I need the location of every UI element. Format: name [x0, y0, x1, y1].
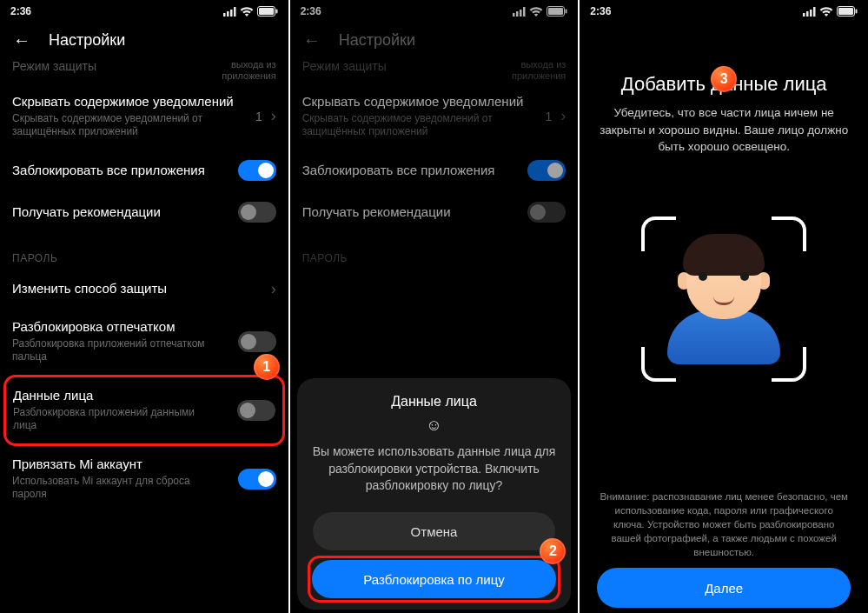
svg-rect-5 — [259, 8, 274, 15]
battery-icon — [257, 6, 278, 17]
callout-2: 2 — [540, 538, 566, 564]
row-face-data[interactable]: Данные лица Разблокировка приложений дан… — [13, 383, 275, 438]
svg-rect-20 — [856, 10, 858, 14]
svg-rect-6 — [275, 10, 277, 14]
enroll-desc: Убедитесь, что все части лица ничем не з… — [597, 104, 851, 156]
row-change-method[interactable]: Изменить способ защиты › — [12, 270, 276, 309]
face-data-dialog: Данные лица ☺ Вы можете использовать дан… — [297, 378, 572, 610]
svg-rect-3 — [234, 7, 236, 17]
avatar-icon — [667, 234, 780, 364]
smile-icon: ☺ — [426, 416, 441, 435]
signal-icon — [803, 7, 816, 17]
next-button[interactable]: Далее — [597, 568, 851, 608]
svg-rect-1 — [227, 11, 229, 17]
toggle-mi-account[interactable] — [238, 469, 276, 490]
callout-1: 1 — [254, 354, 280, 380]
row-hide-notifications[interactable]: Скрывать содержимое уведомлений Скрывать… — [12, 83, 276, 150]
svg-rect-2 — [230, 10, 233, 17]
chevron-right-icon: › — [271, 280, 276, 298]
toggle-lock-all[interactable] — [238, 160, 276, 181]
svg-rect-17 — [813, 7, 816, 17]
highlight-face-row: Данные лица Разблокировка приложений дан… — [3, 375, 285, 446]
status-icons — [803, 6, 858, 17]
status-icons — [223, 6, 278, 17]
toggle-recommendations[interactable] — [238, 202, 276, 223]
toggle-face-data[interactable] — [237, 400, 275, 421]
status-bar: 2:36 — [580, 0, 868, 23]
row-sub: Скрывать содержимое уведомлений от защищ… — [12, 112, 212, 139]
screenshot-1-settings: 2:36 ← Настройки Режим защиты выхода из … — [0, 0, 288, 613]
face-unlock-button[interactable]: Разблокировка по лицу — [312, 560, 557, 598]
wifi-icon — [240, 6, 254, 17]
screenshot-2-dialog: 2:36 ← Настройки Режим защиты выхода из … — [290, 0, 579, 613]
cutoff-row: Режим защиты выхода из приложения — [12, 57, 276, 83]
settings-list: Режим защиты выхода из приложения Скрыва… — [0, 57, 288, 613]
row-recommendations[interactable]: Получать рекомендации — [12, 191, 276, 233]
enroll-warning: Внимание: распознавание лиц менее безопа… — [597, 490, 851, 559]
highlight-confirm: Разблокировка по лицу — [308, 556, 561, 603]
row-value: 1 — [255, 110, 262, 123]
svg-rect-15 — [806, 11, 809, 17]
face-frame — [641, 217, 806, 382]
status-bar: 2:36 — [0, 0, 288, 23]
dialog-title: Данные лица — [391, 394, 477, 410]
cancel-button[interactable]: Отмена — [313, 512, 556, 550]
svg-rect-16 — [810, 10, 812, 17]
signal-icon — [223, 7, 236, 17]
callout-3: 3 — [711, 66, 737, 92]
row-mi-account[interactable]: Привязать Mi аккаунт Использовать Mi акк… — [12, 446, 276, 512]
status-time: 2:36 — [590, 5, 611, 17]
enroll-screen: 3 Добавить данные лица Убедитесь, что вс… — [580, 23, 868, 613]
toggle-fingerprint[interactable] — [238, 331, 276, 352]
back-icon[interactable]: ← — [12, 30, 31, 50]
title-bar: ← Настройки — [0, 23, 288, 57]
section-password: ПАРОЛЬ — [12, 233, 276, 270]
svg-rect-0 — [223, 13, 226, 17]
row-label: Скрывать содержимое уведомлений — [12, 94, 234, 110]
svg-rect-14 — [803, 13, 805, 17]
chevron-right-icon: › — [271, 107, 276, 125]
wifi-icon — [819, 6, 833, 17]
dialog-body: Вы можете использовать данные лица для р… — [313, 443, 556, 495]
row-lock-all[interactable]: Заблокировать все приложения — [12, 150, 276, 191]
screenshot-3-enroll: 2:36 3 Добавить данные лица Убедитесь, ч… — [580, 0, 868, 613]
status-time: 2:36 — [10, 5, 31, 17]
battery-icon — [837, 6, 858, 17]
page-title: Настройки — [49, 31, 276, 50]
svg-rect-19 — [838, 8, 853, 15]
row-fingerprint[interactable]: Разблокировка отпечатком Разблокировка п… — [12, 309, 276, 375]
